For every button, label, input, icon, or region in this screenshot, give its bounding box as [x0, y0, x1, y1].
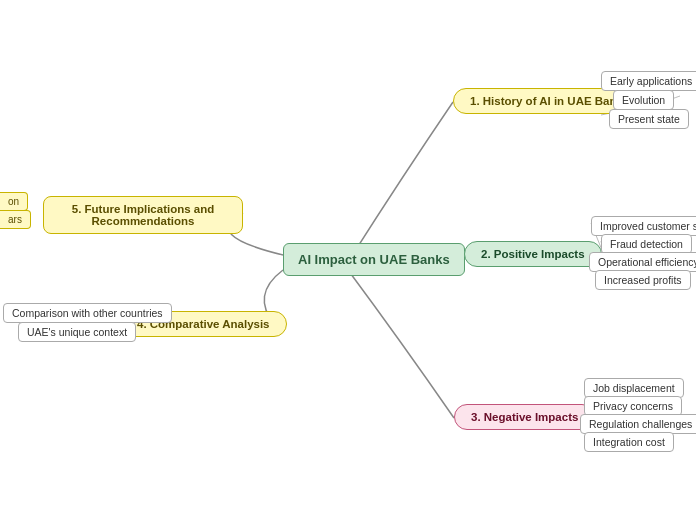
leaf-evolution: Evolution [613, 90, 674, 110]
branch-positive[interactable]: 2. Positive Impacts [464, 241, 602, 267]
leaf-fraud-detection: Fraud detection [601, 234, 692, 254]
partial-left-node-2: ars [0, 210, 31, 229]
branch-negative[interactable]: 3. Negative Impacts [454, 404, 595, 430]
partial-left-node-1: on [0, 192, 28, 211]
leaf-regulation-challenges: Regulation challenges [580, 414, 696, 434]
leaf-comparison-countries: Comparison with other countries [3, 303, 172, 323]
leaf-increased-profits: Increased profits [595, 270, 691, 290]
leaf-job-displacement: Job displacement [584, 378, 684, 398]
branch-future[interactable]: 5. Future Implications and Recommendatio… [43, 196, 243, 234]
leaf-privacy-concerns: Privacy concerns [584, 396, 682, 416]
leaf-early-applications: Early applications [601, 71, 696, 91]
central-node: AI Impact on UAE Banks [283, 243, 465, 276]
leaf-customer-service: Improved customer service [591, 216, 696, 236]
leaf-present-state: Present state [609, 109, 689, 129]
leaf-integration-cost: Integration cost [584, 432, 674, 452]
leaf-uae-context: UAE's unique context [18, 322, 136, 342]
leaf-operational-efficiency: Operational efficiency [589, 252, 696, 272]
